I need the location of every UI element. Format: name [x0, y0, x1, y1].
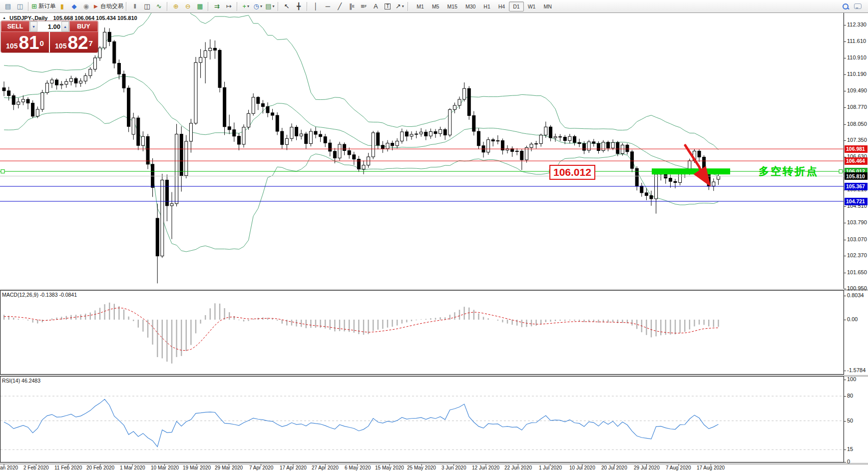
profiles-icon[interactable]: ◫	[14, 1, 25, 11]
chart-canvas[interactable]	[0, 13, 868, 471]
tile-windows-icon[interactable]: ▦	[194, 1, 205, 11]
price-tick-mark	[844, 124, 846, 125]
volume-value[interactable]: 1.00	[37, 23, 61, 30]
timeframe-mn[interactable]: MN	[539, 1, 555, 11]
price-axis-tick: 100.950	[847, 285, 867, 291]
trendline-icon[interactable]: ╱	[334, 1, 345, 11]
macd-label: MACD(12,26,9) -0.1383 -0.0841	[2, 292, 77, 298]
price-axis-tick: 103.070	[847, 236, 867, 242]
chat-icon[interactable]	[852, 1, 863, 11]
timeframe-h4[interactable]: H4	[494, 1, 509, 11]
price-tick-mark	[844, 58, 846, 58]
market-icon[interactable]: ◆	[68, 1, 79, 11]
gold-icon[interactable]: ▮	[56, 1, 67, 11]
expand-triangle-icon[interactable]: ▲	[2, 16, 6, 19]
search-icon[interactable]	[840, 1, 851, 11]
price-tick-mark	[844, 74, 846, 75]
date-axis-label: 10 Mar 2020	[151, 465, 179, 471]
templates-icon[interactable]: ▤▾	[264, 1, 275, 11]
rsi-tick-mark	[844, 450, 846, 450]
date-axis-label: 10 Jul 2020	[569, 465, 595, 471]
timeframe-toolbar: M1M5M15M30H1H4D1W1MN	[413, 1, 555, 11]
turning-point-annotation[interactable]: 多空转折点	[759, 164, 819, 178]
buy-button[interactable]: BUY	[69, 21, 98, 32]
rsi-label: RSI(14) 46.2483	[2, 378, 40, 384]
price-axis-tick: 110.190	[847, 71, 867, 77]
line-handle[interactable]	[839, 170, 843, 173]
label-icon[interactable]: T	[382, 1, 393, 11]
ohlc-values: 105.668 106.064 105.434 105.810	[53, 15, 137, 21]
autotrade-icon-label: 自动交易	[100, 3, 123, 9]
timeframe-w1[interactable]: W1	[524, 1, 540, 11]
macd-axis-tick: 0.8034	[847, 292, 864, 298]
price-tick-mark	[844, 273, 846, 273]
price-axis-tick: 110.910	[847, 54, 867, 60]
price-level-badge: 105.367	[845, 183, 868, 190]
date-axis-label: 17 Aug 2020	[697, 465, 725, 471]
price-tick-mark	[844, 41, 846, 42]
price-axis-tick: 103.790	[847, 219, 867, 225]
zoom-out-icon[interactable]: ⊖	[182, 1, 193, 11]
rsi-tick-mark	[844, 396, 846, 397]
price-tick-mark	[844, 107, 846, 108]
line-chart-icon[interactable]: ∿	[153, 1, 164, 11]
timeframe-m5[interactable]: M5	[428, 1, 443, 11]
rsi-axis-tick: 100	[847, 376, 856, 382]
timeframe-m30[interactable]: M30	[461, 1, 479, 11]
macd-tick-mark	[844, 296, 846, 296]
indicators-icon[interactable]: +▾	[240, 1, 251, 11]
text-icon[interactable]: A	[370, 1, 381, 11]
toolbar-separator	[237, 2, 238, 11]
price-level-callout[interactable]: 106.012	[549, 165, 595, 180]
price-axis-tick: 111.610	[847, 38, 866, 44]
rsi-axis-tick: 0	[847, 459, 850, 465]
date-axis-label: 1 Jul 2020	[539, 465, 562, 471]
timeframe-h1[interactable]: H1	[479, 1, 494, 11]
channel-icon[interactable]: ∥E	[346, 1, 357, 11]
bar-chart-icon[interactable]: ‖	[129, 1, 140, 11]
timeframe-m1[interactable]: M1	[413, 1, 428, 11]
chart-shift-icon[interactable]: ↦	[223, 1, 234, 11]
fibo-icon[interactable]: ≡F	[358, 1, 369, 11]
sell-button[interactable]: SELL	[1, 21, 29, 32]
timeframe-d1[interactable]: D1	[509, 1, 523, 11]
zoom-in-icon[interactable]: ⊕	[170, 1, 181, 11]
support-highlight-band[interactable]	[652, 168, 730, 174]
volume-down-button[interactable]: ▼	[30, 21, 37, 31]
toolbar-separator	[167, 2, 168, 11]
cursor-icon[interactable]: ↖	[281, 1, 292, 11]
price-tick-mark	[844, 140, 846, 141]
date-axis-label: 6 May 2020	[345, 465, 371, 471]
sell-price[interactable]: 105810	[1, 32, 49, 52]
date-axis-label: 15 May 2020	[375, 465, 404, 471]
price-tick-mark	[844, 91, 846, 91]
buy-price[interactable]: 105827	[50, 32, 98, 52]
signals-icon[interactable]: ◉	[80, 1, 91, 11]
toolbar-separator	[307, 2, 308, 11]
timeframe-m15[interactable]: M15	[443, 1, 461, 11]
chart-window-icon[interactable]: ▤	[2, 1, 13, 11]
periods-icon[interactable]: ◷▾	[252, 1, 263, 11]
volume-stepper[interactable]: ▼ 1.00 ▲	[29, 21, 69, 32]
date-axis-label: 17 Apr 2020	[280, 465, 307, 471]
price-level-badge: 104.721	[845, 198, 868, 205]
auto-scroll-icon[interactable]: ⇉	[211, 1, 222, 11]
new-order-icon-label: 新订单	[38, 3, 56, 9]
macd-axis-tick: 0.00	[847, 316, 858, 322]
crosshair-icon[interactable]: ╋	[293, 1, 304, 11]
candlestick-icon[interactable]: ◫	[141, 1, 152, 11]
rsi-tick-mark	[844, 421, 846, 422]
autotrade-icon[interactable]: ►自动交易	[92, 1, 123, 11]
price-level-badge: 106.981	[845, 145, 868, 153]
vline-icon[interactable]: │	[310, 1, 321, 11]
new-order-icon[interactable]: ⊞新订单	[31, 1, 55, 11]
hline-icon[interactable]: ─	[322, 1, 333, 11]
one-click-trade-panel: SELL ▼ 1.00 ▲ BUY 105810 105827	[1, 21, 98, 52]
rsi-tick-mark	[844, 380, 846, 380]
line-handle[interactable]	[1, 170, 4, 173]
shapes-icon[interactable]: ↗▾	[394, 1, 405, 11]
rsi-tick-mark	[844, 462, 846, 463]
date-axis-label: 7 Apr 2020	[249, 465, 273, 471]
price-tick-mark	[844, 240, 846, 240]
volume-up-button[interactable]: ▲	[61, 21, 69, 31]
